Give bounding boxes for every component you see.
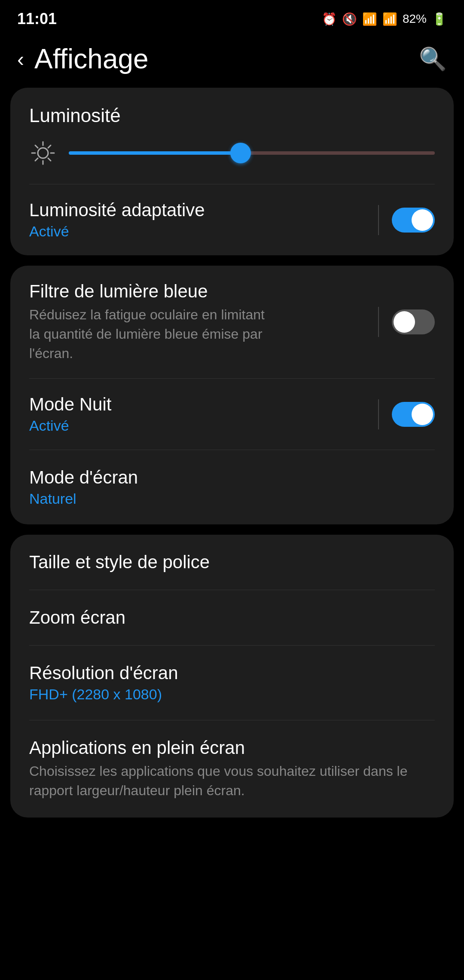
page-header: ‹ Affichage 🔍	[0, 34, 464, 88]
svg-point-0	[38, 148, 48, 158]
status-icons: ⏰ 🔇 📶 📶 82% 🔋	[322, 12, 447, 26]
toggle-separator-2	[378, 307, 379, 337]
svg-line-7	[48, 145, 51, 148]
screen-mode-value: Naturel	[29, 490, 435, 507]
adaptive-brightness-row[interactable]: Luminosité adaptative Activé	[10, 184, 454, 255]
brightness-section: Luminosité	[10, 88, 454, 184]
mute-icon: 🔇	[342, 12, 357, 26]
night-mode-content: Mode Nuit Activé	[29, 394, 365, 434]
header-left: ‹ Affichage	[17, 43, 149, 75]
adaptive-brightness-toggle[interactable]	[392, 208, 435, 233]
back-button[interactable]: ‹	[17, 47, 24, 71]
brightness-title: Luminosité	[29, 105, 435, 126]
svg-line-8	[35, 158, 38, 161]
page-title: Affichage	[34, 43, 149, 75]
fullscreen-apps-content: Applications en plein écran Choisissez l…	[29, 738, 435, 800]
screen-mode-content: Mode d'écran Naturel	[29, 467, 435, 507]
search-button[interactable]: 🔍	[419, 46, 447, 72]
fullscreen-apps-row[interactable]: Applications en plein écran Choisissez l…	[10, 720, 454, 818]
resolution-row[interactable]: Résolution d'écran FHD+ (980 x 464)	[10, 646, 454, 720]
battery-icon: 🔋	[432, 12, 447, 26]
slider-track	[69, 151, 435, 155]
toggle-knob-2	[394, 311, 415, 333]
blue-light-filter-title: Filtre de lumière bleue	[29, 281, 365, 302]
font-size-content: Taille et style de police	[29, 552, 435, 573]
signal-icon: 📶	[382, 12, 397, 26]
slider-thumb	[230, 143, 251, 163]
blue-light-toggle[interactable]	[392, 309, 435, 334]
night-mode-toggle[interactable]	[392, 402, 435, 427]
resolution-value: FHD+ (980 x 464)	[29, 686, 435, 703]
alarm-icon: ⏰	[322, 12, 337, 26]
toggle-knob-3	[412, 404, 433, 425]
adaptive-brightness-title: Luminosité adaptative	[29, 200, 365, 220]
svg-line-5	[35, 145, 38, 148]
toggle-knob-1	[412, 209, 433, 231]
resolution-title: Résolution d'écran	[29, 663, 435, 683]
font-size-title: Taille et style de police	[29, 552, 435, 573]
brightness-card: Luminosité Luminosit	[10, 88, 454, 255]
brightness-slider[interactable]	[69, 151, 435, 155]
night-mode-row[interactable]: Mode Nuit Activé	[10, 379, 454, 450]
zoom-row[interactable]: Zoom écran	[10, 590, 454, 645]
brightness-slider-row	[29, 139, 435, 167]
battery-display: 82%	[403, 12, 427, 26]
zoom-title: Zoom écran	[29, 607, 435, 628]
night-mode-status: Activé	[29, 417, 365, 434]
font-size-row[interactable]: Taille et style de police	[10, 535, 454, 590]
adaptive-brightness-content: Luminosité adaptative Activé	[29, 200, 365, 240]
adaptive-brightness-status: Activé	[29, 223, 365, 240]
fullscreen-apps-desc: Choisissez les applications que vous sou…	[29, 762, 435, 800]
blue-light-filter-content: Filtre de lumière bleue Réduisez la fati…	[29, 281, 365, 363]
zoom-content: Zoom écran	[29, 607, 435, 628]
resolution-content: Résolution d'écran FHD+ (980 x 464)	[29, 663, 435, 703]
toggle-separator-3	[378, 399, 379, 429]
night-mode-title: Mode Nuit	[29, 394, 365, 415]
time-display: 11:01	[17, 10, 57, 28]
blue-light-filter-row[interactable]: Filtre de lumière bleue Réduisez la fati…	[10, 266, 454, 378]
screen-mode-title: Mode d'écran	[29, 467, 435, 488]
display-settings-card: Filtre de lumière bleue Réduisez la fati…	[10, 266, 454, 524]
display-options-card: Taille et style de police Zoom écran Rés…	[10, 535, 454, 818]
wifi-icon: 📶	[362, 12, 377, 26]
sun-icon	[29, 139, 57, 167]
svg-line-6	[48, 158, 51, 161]
blue-light-filter-desc: Réduisez la fatigue oculaire en limitant…	[29, 305, 270, 363]
status-bar: 11:01 ⏰ 🔇 📶 📶 82% 🔋	[0, 0, 464, 34]
toggle-separator-1	[378, 205, 379, 235]
screen-mode-row[interactable]: Mode d'écran Naturel	[10, 450, 454, 524]
fullscreen-apps-title: Applications en plein écran	[29, 738, 435, 758]
